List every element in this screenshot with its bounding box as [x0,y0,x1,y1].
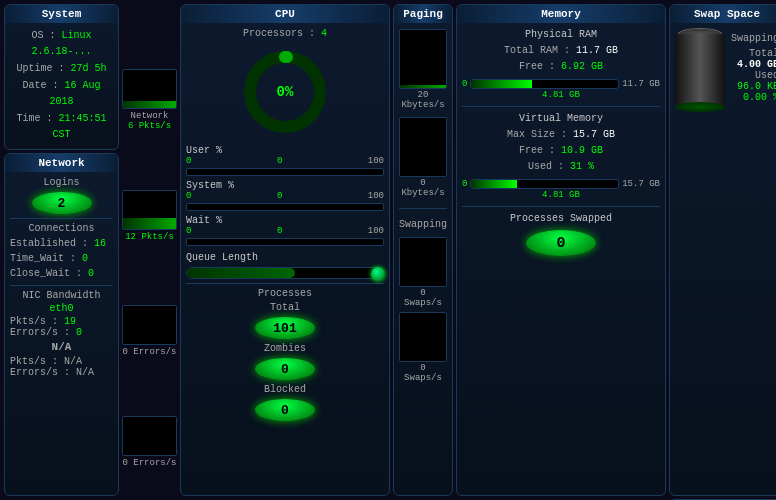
closewait-value: 0 [88,268,94,279]
closewait-row: Close_Wait : 0 [10,266,113,281]
established-row: Established : 16 [10,236,113,251]
time-row: Time : 21:45:51 CST [10,111,113,143]
ram-progress-bar [470,79,619,89]
network-panel: Network Logins 2 Connections Established… [4,153,119,496]
paging-label1: 20 Kbytes/s [399,90,447,110]
net-errors1: 0 Errors/s [122,347,177,357]
netband-section: Network 6 Pkts/s [122,67,177,131]
swap-title: Swap Space [670,5,776,23]
errors2-section: 0 Errors/s [122,414,177,468]
queue-section: Queue Length [186,252,384,279]
max-size: 15.7 GB [573,129,615,140]
zombies-value: 0 [255,358,315,380]
paging-bottom: 0 Kbytes/s [399,116,447,198]
swap-used: 96.0 KB [729,81,776,92]
total-processes: 101 [255,317,315,339]
vmem-progress-bar [470,179,619,189]
processes-section: Processes Total 101 Zombies 0 Blocked 0 [186,288,384,421]
band1-label: Network [122,111,177,121]
physical-ram-section: Physical RAM Total RAM : 11.7 GB Free : … [462,29,660,100]
time-value: 21:45:51 CST [52,113,106,140]
errors2-value: N/A [76,367,94,378]
swapping-label: Swapping [399,219,447,230]
user-bar-row: User % 0 0 100 [186,145,384,176]
swap-bars: 0 Swaps/s 0 Swaps/s [399,236,447,383]
paging-label2: 0 Kbytes/s [399,178,447,198]
memory-title: Memory [457,5,665,23]
netband-column: Network 6 Pkts/s 12 Pkts/s 0 Errors/s 0 … [122,4,177,496]
system-bar-row: System % 0 0 100 [186,180,384,211]
right-column: Swap Space Swapping Total 4.00 GB Used 9… [669,4,776,496]
established-value: 16 [94,238,106,249]
swap2-label: 0 Swaps/s [399,363,447,383]
uptime-label: Uptime : [16,63,64,74]
os-row: OS : Linux 2.6.18-... [10,28,113,60]
virtual-memory-section: Virtual Memory Max Size : 15.7 GB Free :… [462,113,660,200]
wait-bar-row: Wait % 0 0 100 [186,215,384,246]
band2-value: 12 Pkts/s [122,232,177,242]
logins-value: 2 [32,192,92,214]
swap-space-panel: Swap Space Swapping Total 4.00 GB Used 9… [669,4,776,496]
swap-pct: 0.00 % [729,92,776,103]
date-row: Date : 16 Aug 2018 [10,78,113,110]
pkts-value: 19 [64,316,76,327]
swapped-section: Processes Swapped 0 [462,213,660,256]
cpu-title: CPU [181,5,389,23]
free-ram: 6.92 GB [561,61,603,72]
total-ram: 11.7 GB [576,45,618,56]
uptime-value: 27d 5h [71,63,107,74]
cpu-panel: CPU Processors : 4 0% User % 0 0 100 [180,4,390,496]
connections-label: Connections [10,223,113,234]
time-label: Time : [16,113,52,124]
v-free: 10.9 GB [561,145,603,156]
memory-panel: Memory Physical RAM Total RAM : 11.7 GB … [456,4,666,496]
blocked-value: 0 [255,399,315,421]
swap-total: 4.00 GB [729,59,776,70]
na-label: N/A [10,341,113,353]
vmem-used-display: 4.81 GB [542,190,580,200]
band2-section: 12 Pkts/s [122,188,177,242]
cpu-percent: 0% [277,84,294,100]
band1-value: 6 Pkts/s [122,121,177,131]
swap-cylinder [675,28,725,108]
errors-value: 0 [76,327,82,338]
nic-name: eth0 [10,303,113,314]
timewait-value: 0 [82,253,88,264]
net-errors2: 0 Errors/s [122,458,177,468]
network-title: Network [5,154,118,172]
date-value: 16 Aug 2018 [49,80,100,107]
timewait-row: Time_Wait : 0 [10,251,113,266]
left-column: System OS : Linux 2.6.18-... Uptime : 27… [4,4,119,496]
swap1-label: 0 Swaps/s [399,288,447,308]
uptime-row: Uptime : 27d 5h [10,61,113,77]
paging-panel: Paging 20 Kbytes/s 0 Kbytes/s Swapping 0… [393,4,453,496]
cpu-full-panel: CPU Processors : 4 0% User % 0 0 100 [180,4,390,496]
logins-label: Logins [10,177,113,188]
os-label: OS : [31,30,55,41]
memory-full-panel: Memory Physical RAM Total RAM : 11.7 GB … [456,4,666,496]
queue-dot [371,267,385,281]
v-used: 31 % [570,161,594,172]
ram-used-display: 4.81 GB [542,90,580,100]
paging-column: Paging 20 Kbytes/s 0 Kbytes/s Swapping 0… [393,4,453,496]
errors-section: 0 Errors/s [122,303,177,357]
paging-title: Paging [394,5,452,23]
system-title: System [5,5,118,23]
pkts2-value: N/A [64,356,82,367]
processors-value: 4 [321,28,327,39]
date-label: Date : [22,80,58,91]
system-panel: System OS : Linux 2.6.18-... Uptime : 27… [4,4,119,150]
nic-label: NIC Bandwidth [10,290,113,301]
cpu-donut: 0% [240,47,330,137]
swapped-value: 0 [526,230,596,256]
queue-bar [186,267,384,279]
paging-top: 20 Kbytes/s [399,28,447,110]
